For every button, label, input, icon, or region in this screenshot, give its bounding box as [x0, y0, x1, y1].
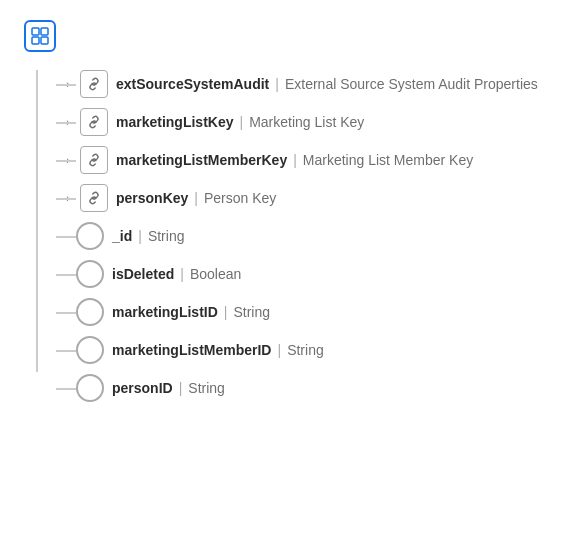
- field-divider-marketingListKey: |: [239, 114, 243, 130]
- object-icon-marketingListMemberKey: [80, 146, 108, 174]
- field-desc-marketingListID: String: [233, 304, 270, 320]
- field-name-isDeleted: isDeleted: [112, 266, 174, 282]
- expand-arrow-personKey[interactable]: ›: [60, 190, 76, 206]
- circle-icon-isDeleted: [76, 260, 104, 288]
- expand-arrow-marketingListMemberKey[interactable]: ›: [60, 152, 76, 168]
- circle-icon-personID: [76, 374, 104, 402]
- tree-row-isDeleted: isDeleted|Boolean: [40, 260, 566, 288]
- field-name-personKey: personKey: [116, 190, 188, 206]
- circle-icon-marketingListID: [76, 298, 104, 326]
- root-schema-icon: [24, 20, 56, 52]
- field-desc-marketingListKey: Marketing List Key: [249, 114, 364, 130]
- field-desc-personKey: Person Key: [204, 190, 276, 206]
- field-name-marketingListID: marketingListID: [112, 304, 218, 320]
- schema-tree: › extSourceSystemAudit|External Source S…: [20, 20, 566, 402]
- svg-rect-1: [41, 28, 48, 35]
- circle-icon-marketingListMemberID: [76, 336, 104, 364]
- tree-row-marketingListKey: › marketingListKey|Marketing List Key: [40, 108, 566, 136]
- tree-row-_id: _id|String: [40, 222, 566, 250]
- tree-row-personID: personID|String: [40, 374, 566, 402]
- field-name-extSourceSystemAudit: extSourceSystemAudit: [116, 76, 269, 92]
- field-name-marketingListKey: marketingListKey: [116, 114, 233, 130]
- field-divider-marketingListMemberID: |: [277, 342, 281, 358]
- field-desc-personID: String: [188, 380, 225, 396]
- expand-arrow-marketingListKey[interactable]: ›: [60, 114, 76, 130]
- object-icon-marketingListKey: [80, 108, 108, 136]
- field-name-personID: personID: [112, 380, 173, 396]
- tree-row-personKey: › personKey|Person Key: [40, 184, 566, 212]
- field-divider-personKey: |: [194, 190, 198, 206]
- tree-row-marketingListMemberKey: › marketingListMemberKey|Marketing List …: [40, 146, 566, 174]
- field-divider-_id: |: [138, 228, 142, 244]
- field-desc-marketingListMemberID: String: [287, 342, 324, 358]
- field-divider-marketingListMemberKey: |: [293, 152, 297, 168]
- expand-arrow-extSourceSystemAudit[interactable]: ›: [60, 76, 76, 92]
- field-desc-_id: String: [148, 228, 185, 244]
- circle-icon-_id: [76, 222, 104, 250]
- field-desc-isDeleted: Boolean: [190, 266, 241, 282]
- tree-body: › extSourceSystemAudit|External Source S…: [20, 70, 566, 402]
- field-name-marketingListMemberKey: marketingListMemberKey: [116, 152, 287, 168]
- svg-rect-3: [41, 37, 48, 44]
- field-divider-isDeleted: |: [180, 266, 184, 282]
- field-name-_id: _id: [112, 228, 132, 244]
- field-name-marketingListMemberID: marketingListMemberID: [112, 342, 271, 358]
- field-desc-marketingListMemberKey: Marketing List Member Key: [303, 152, 473, 168]
- svg-rect-2: [32, 37, 39, 44]
- tree-row-extSourceSystemAudit: › extSourceSystemAudit|External Source S…: [40, 70, 566, 98]
- field-desc-extSourceSystemAudit: External Source System Audit Properties: [285, 76, 538, 92]
- svg-rect-0: [32, 28, 39, 35]
- tree-row-marketingListID: marketingListID|String: [40, 298, 566, 326]
- field-divider-extSourceSystemAudit: |: [275, 76, 279, 92]
- object-icon-personKey: [80, 184, 108, 212]
- object-icon-extSourceSystemAudit: [80, 70, 108, 98]
- field-divider-marketingListID: |: [224, 304, 228, 320]
- field-divider-personID: |: [179, 380, 183, 396]
- tree-row-marketingListMemberID: marketingListMemberID|String: [40, 336, 566, 364]
- root-node: [20, 20, 566, 52]
